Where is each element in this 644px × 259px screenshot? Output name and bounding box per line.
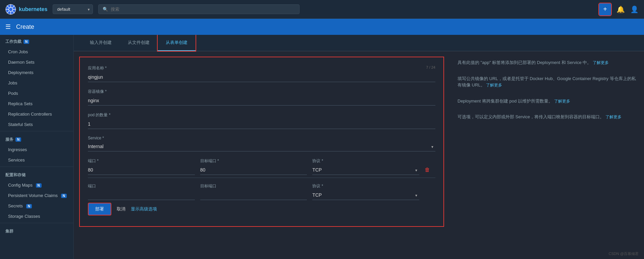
target-port2-label: 目标端口 [200, 183, 307, 189]
sidebar: 工作负载 N Cron Jobs Daemon Sets Deployments… [0, 35, 74, 259]
page-title: Create [16, 23, 34, 30]
port2-label: 端口 [88, 183, 195, 189]
protocol-select-wrapper: TCP UDP [312, 165, 419, 175]
protocol-select[interactable]: TCP UDP [312, 165, 419, 175]
container-image-group: 容器镜像 * [88, 89, 435, 106]
cluster-section-label: 集群 [0, 224, 73, 236]
service-label: 服务 [5, 137, 13, 142]
sidebar-item-storageclasses[interactable]: Storage Classes [0, 211, 73, 221]
sidebar-item-pods[interactable]: Pods [0, 88, 73, 99]
main-content: 输入并创建 从文件创建 从表单创建 应用名称 * 7 / 24 容器镜像 * [74, 35, 644, 259]
config-label: 配置和存储 [5, 172, 25, 178]
kubernetes-logo: kubernetes [5, 4, 47, 15]
protocol2-select-wrapper: TCP UDP [312, 190, 419, 200]
sidebar-item-secrets[interactable]: Secrets N [0, 201, 73, 211]
info-item-3: Deployment 将跨集群创建 pod 以维护所需数量。 了解更多 [458, 98, 636, 105]
port-input[interactable] [88, 165, 195, 175]
info-link-2[interactable]: 了解更多 [486, 83, 502, 87]
service-badge: N [15, 137, 21, 142]
cluster-label: 集群 [5, 229, 13, 234]
pod-count-group: pod 的数量 * [88, 112, 435, 129]
delete-port-2[interactable] [425, 198, 435, 200]
char-count: 7 / 24 [426, 65, 435, 69]
sidebar-item-pvc[interactable]: Persistent Volume Claims N [0, 190, 73, 201]
port-label: 端口 * [88, 158, 195, 164]
target-port-col-1: 目标端口 * [200, 158, 307, 175]
add-button[interactable]: + [599, 3, 611, 15]
header-bar: ☰ Create [0, 19, 644, 35]
sidebar-item-jobs[interactable]: Jobs [0, 78, 73, 88]
target-port-col-2: 目标端口 [200, 183, 307, 200]
logo-text: kubernetes [19, 6, 47, 12]
tabs-bar: 输入并创建 从文件创建 从表单创建 [74, 35, 644, 51]
sidebar-item-services[interactable]: Services [0, 155, 73, 165]
target-port-input[interactable] [200, 165, 307, 175]
sidebar-item-deployments[interactable]: Deployments [0, 67, 73, 78]
main-layout: 工作负载 N Cron Jobs Daemon Sets Deployments… [0, 35, 644, 259]
sidebar-item-configmaps[interactable]: Config Maps N [0, 180, 73, 190]
port-row-2: 端口 目标端口 协议 * TCP UDP [88, 183, 435, 200]
sidebar-item-replicationcontrollers[interactable]: Replication Controllers [0, 109, 73, 119]
protocol-label: 协议 * [312, 158, 419, 164]
protocol2-select[interactable]: TCP UDP [312, 190, 419, 200]
info-link-3[interactable]: 了解更多 [554, 99, 570, 104]
tab-input[interactable]: 输入并创建 [82, 35, 120, 51]
container-image-input[interactable] [88, 96, 435, 106]
sidebar-item-statefulsets[interactable]: Stateful Sets [0, 119, 73, 130]
port-col-1: 端口 * [88, 158, 195, 175]
target-port2-input[interactable] [200, 190, 307, 200]
config-section-label: 配置和存储 [0, 168, 73, 180]
deploy-button[interactable]: 部署 [88, 203, 111, 215]
namespace-select[interactable]: default [53, 4, 93, 14]
protocol-col-1: 协议 * TCP UDP [312, 158, 419, 175]
sidebar-item-cronjobs[interactable]: Cron Jobs [0, 47, 73, 57]
app-name-input[interactable] [88, 72, 435, 82]
sidebar-item-daemonsets[interactable]: Daemon Sets [0, 57, 73, 67]
info-item-4: 可选项，可以定义内部或外部 Service，将传入端口映射到容器的目标端口。 了… [458, 114, 636, 120]
delete-port-1[interactable]: 🗑 [425, 167, 435, 175]
advanced-options-button[interactable]: 显示高级选项 [131, 206, 157, 212]
pod-count-label: pod 的数量 * [88, 112, 435, 118]
hamburger-icon[interactable]: ☰ [5, 23, 11, 30]
info-link-4[interactable]: 了解更多 [605, 115, 622, 119]
sidebar-item-replicasets[interactable]: Replica Sets [0, 99, 73, 109]
nav-right: + 🔔 👤 [599, 3, 639, 15]
protocol2-label: 协议 * [312, 183, 419, 189]
namespace-wrapper: default [53, 4, 93, 14]
port-separator [88, 178, 435, 178]
tab-form[interactable]: 从表单创建 [158, 35, 196, 51]
info-item-2: 填写公共镜像的 URL，或者是托管于 Docker Hub、Google Con… [458, 75, 636, 88]
action-row: 部署 取消 显示高级选项 [88, 200, 435, 218]
info-link-1[interactable]: 了解更多 [593, 60, 609, 65]
user-icon[interactable]: 👤 [630, 5, 639, 13]
bell-icon[interactable]: 🔔 [616, 5, 625, 13]
port-col-2: 端口 [88, 183, 195, 200]
search-input[interactable] [111, 7, 295, 12]
search-box: 🔍 [98, 4, 300, 14]
footer-watermark: CSDN @百慕倾君 [609, 251, 639, 256]
cancel-button[interactable]: 取消 [117, 206, 125, 212]
top-navigation: kubernetes default 🔍 + 🔔 👤 [0, 0, 644, 19]
service-group: Service * None Internal External [88, 136, 435, 151]
service-select-wrapper: None Internal External [88, 142, 435, 151]
container-image-label: 容器镜像 * [88, 89, 435, 94]
service-select[interactable]: None Internal External [88, 142, 435, 151]
workload-badge: N [23, 40, 29, 44]
form-right: 具有此值的 "app" 标签将添加到已部署的 Deployment 和 Serv… [449, 51, 644, 232]
pod-count-input[interactable] [88, 119, 435, 129]
port-row-1: 端口 * 目标端口 * 协议 * TCP UDP [88, 158, 435, 175]
protocol-col-2: 协议 * TCP UDP [312, 183, 419, 200]
workload-label: 工作负载 [5, 39, 21, 45]
form-area: 应用名称 * 7 / 24 容器镜像 * pod 的数量 * [74, 51, 644, 232]
port2-input[interactable] [88, 190, 195, 200]
target-port-label: 目标端口 * [200, 158, 307, 164]
workload-section-label: 工作负载 N [0, 35, 73, 47]
app-name-group: 应用名称 * 7 / 24 [88, 65, 435, 82]
sidebar-item-ingresses[interactable]: Ingresses [0, 144, 73, 155]
tab-file[interactable]: 从文件创建 [120, 35, 158, 51]
service-field-label: Service * [88, 136, 435, 140]
form-left: 应用名称 * 7 / 24 容器镜像 * pod 的数量 * [79, 57, 444, 227]
app-name-label: 应用名称 * 7 / 24 [88, 65, 435, 71]
service-section-label: 服务 N [0, 133, 73, 144]
search-icon: 🔍 [103, 7, 108, 12]
